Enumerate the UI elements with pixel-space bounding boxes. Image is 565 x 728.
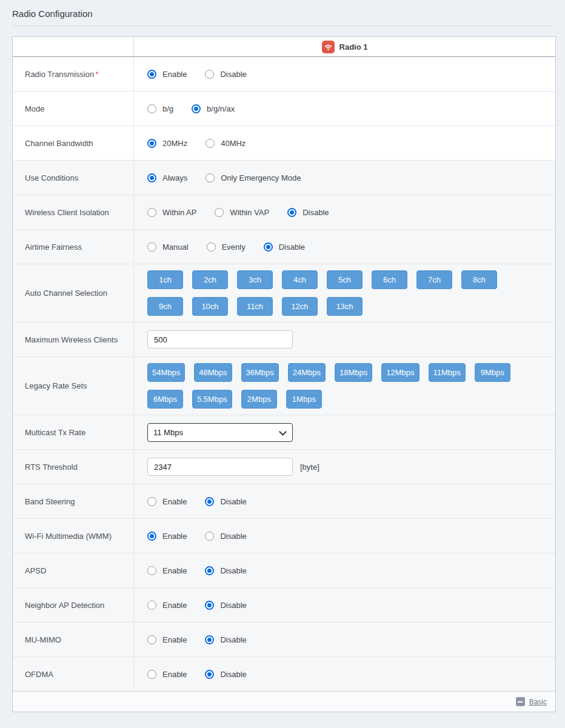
radio-option-label: Disable (220, 70, 246, 79)
rate-chip[interactable]: 9Mbps (475, 363, 510, 382)
channel-chip[interactable]: 8ch (461, 270, 497, 289)
radio-option[interactable]: Disable (205, 70, 246, 79)
channel-chip[interactable]: 13ch (327, 297, 363, 316)
row-value: EnableDisable (134, 57, 555, 91)
channel-chip[interactable]: 10ch (192, 297, 228, 316)
channel-chip[interactable]: 11ch (237, 297, 273, 316)
radio-option-label: Enable (162, 635, 187, 644)
radio-selected-icon (192, 104, 201, 113)
table-row: RTS Threshold[byte] (13, 450, 555, 484)
row-label-text: OFDMA (25, 670, 53, 679)
radio-option[interactable]: Enable (147, 532, 187, 541)
radio-option[interactable]: Only Emergency Mode (206, 173, 301, 182)
header-radio-column: Radio 1 (134, 37, 555, 56)
table-row: Modeb/gb/g/n/ax (13, 92, 555, 126)
table-row: Use ConditionsAlwaysOnly Emergency Mode (13, 161, 555, 195)
radio-unselected-icon (215, 208, 224, 217)
channel-chip[interactable]: 5ch (327, 270, 363, 289)
row-value: ManualEvenlyDisable (134, 230, 555, 264)
radio-selected-icon (205, 566, 214, 575)
rate-chip[interactable]: 11Mbps (429, 363, 466, 382)
text-input[interactable] (147, 458, 293, 476)
channel-chip[interactable]: 12ch (282, 297, 318, 316)
row-label-text: Maximum Wireless Clients (25, 335, 118, 344)
radio-option[interactable]: Disable (287, 208, 329, 217)
minus-icon[interactable] (516, 697, 525, 706)
rate-chip[interactable]: 1Mbps (286, 390, 322, 409)
radio-option-label: Only Emergency Mode (221, 173, 301, 182)
radio-option[interactable]: Disable (205, 566, 246, 575)
table-row: Channel Bandwidth20MHz40MHz (13, 126, 555, 161)
dropdown-select[interactable]: 11 Mbps (147, 423, 293, 442)
row-value: 20MHz40MHz (134, 126, 555, 160)
radio-column-title: Radio 1 (339, 42, 368, 52)
radio-option[interactable]: Disable (205, 532, 246, 541)
radio-option[interactable]: Within VAP (215, 208, 269, 217)
radio-option[interactable]: 40MHz (206, 139, 246, 148)
radio-option[interactable]: Disable (205, 497, 246, 506)
radio-option[interactable]: 20MHz (147, 139, 187, 148)
radio-option[interactable]: Disable (205, 635, 246, 644)
radio-option[interactable]: Always (147, 173, 187, 182)
rate-chip[interactable]: 18Mbps (335, 363, 372, 382)
radio-selected-icon (205, 635, 214, 644)
rate-chip[interactable]: 48Mbps (194, 363, 232, 382)
table-row: MU-MIMOEnableDisable (13, 623, 555, 657)
radio-option[interactable]: Enable (147, 70, 187, 79)
radio-option-label: Enable (162, 566, 187, 575)
radio-option-label: Disable (220, 497, 246, 506)
row-label-text: APSD (25, 566, 46, 575)
channel-chip[interactable]: 1ch (147, 270, 183, 289)
radio-option[interactable]: Disable (205, 601, 246, 610)
rate-chip[interactable]: 36Mbps (241, 363, 279, 382)
row-value: AlwaysOnly Emergency Mode (134, 161, 555, 195)
basic-toggle-link[interactable]: Basic (529, 698, 547, 706)
channel-chip[interactable]: 4ch (282, 270, 318, 289)
radio-option-label: Enable (162, 670, 187, 679)
rate-chip[interactable]: 2Mbps (241, 390, 277, 409)
channel-chip[interactable]: 7ch (416, 270, 452, 289)
chip-row: 54Mbps48Mbps36Mbps24Mbps18Mbps12Mbps11Mb… (147, 363, 510, 382)
radio-option-label: Disable (303, 208, 329, 217)
row-value: EnableDisable (134, 623, 555, 656)
row-label: RTS Threshold (13, 450, 134, 484)
row-label: Use Conditions (13, 161, 134, 195)
radio-option-label: Disable (220, 532, 246, 541)
radio-option[interactable]: Within AP (147, 208, 196, 217)
table-body: Radio Transmission*EnableDisableModeb/gb… (13, 57, 555, 692)
radio-selected-icon (147, 70, 156, 79)
rate-chip[interactable]: 54Mbps (147, 363, 185, 382)
radio-config-table: Radio 1 Radio Transmission*EnableDisable… (12, 36, 556, 712)
radio-option[interactable]: Enable (147, 670, 187, 679)
channel-chip[interactable]: 9ch (147, 297, 183, 316)
radio-option[interactable]: Disable (205, 670, 246, 679)
text-input[interactable] (147, 330, 293, 349)
radio-option[interactable]: Enable (147, 566, 187, 575)
rate-chip[interactable]: 5.5Mbps (192, 390, 232, 409)
channel-chip[interactable]: 6ch (372, 270, 407, 289)
table-row: Maximum Wireless Clients (13, 322, 555, 357)
radio-unselected-icon (205, 532, 214, 541)
radio-unselected-icon (147, 566, 156, 575)
channel-chip[interactable]: 3ch (237, 270, 273, 289)
row-label: Legacy Rate Sets (13, 357, 134, 415)
rate-chip[interactable]: 24Mbps (288, 363, 326, 382)
radio-option[interactable]: Disable (264, 242, 305, 252)
rate-chip[interactable]: 6Mbps (147, 390, 183, 409)
radio-option[interactable]: Enable (147, 635, 187, 644)
radio-option-label: Disable (220, 670, 246, 679)
radio-option[interactable]: Enable (147, 601, 187, 610)
rate-chip[interactable]: 12Mbps (381, 363, 419, 382)
radio-option[interactable]: b/g (147, 104, 173, 113)
channel-chip[interactable]: 2ch (192, 270, 228, 289)
radio-unselected-icon (147, 635, 156, 644)
radio-option-label: Always (162, 173, 187, 182)
radio-option[interactable]: Evenly (207, 242, 246, 252)
row-value: Within APWithin VAPDisable (134, 195, 555, 229)
radio-option-label: Disable (220, 566, 246, 575)
radio-option[interactable]: b/g/n/ax (192, 104, 235, 113)
radio-option[interactable]: Manual (147, 242, 189, 252)
radio-option[interactable]: Enable (147, 497, 187, 506)
table-row: Neighbor AP DetectionEnableDisable (13, 588, 555, 623)
table-row: Wi-Fi Multimedia (WMM)EnableDisable (13, 519, 555, 553)
